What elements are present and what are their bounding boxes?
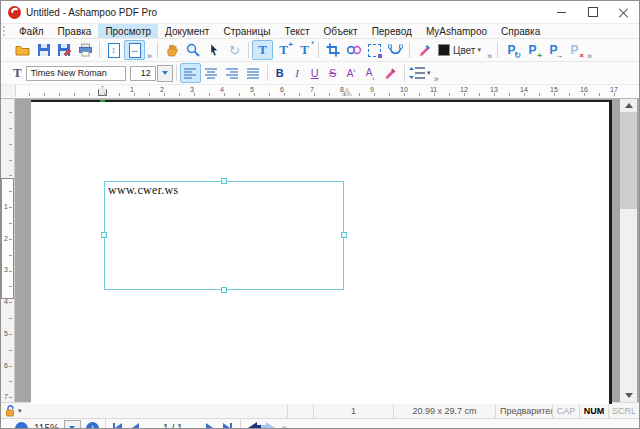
menu-text[interactable]: Текст xyxy=(277,24,316,38)
crop-tool-button[interactable] xyxy=(322,40,343,60)
bold-button[interactable]: B xyxy=(271,63,289,83)
menu-object[interactable]: Объект xyxy=(317,24,365,38)
text-superscript-tool-button[interactable]: T ² xyxy=(294,40,315,60)
previous-page-button[interactable] xyxy=(127,421,145,429)
save-button[interactable] xyxy=(33,40,54,60)
marquee-icon xyxy=(368,44,381,57)
page-group-overflow[interactable]: » xyxy=(585,51,594,61)
ruler-tick xyxy=(9,223,12,224)
subscript-button[interactable]: A₁ xyxy=(361,63,380,83)
highlighter-button[interactable] xyxy=(380,63,401,83)
fit-width-button[interactable]: ↔ xyxy=(124,40,145,60)
zoom-out-button[interactable]: − xyxy=(15,422,28,429)
lock-button[interactable]: ▾ xyxy=(1,405,22,417)
first-page-button[interactable] xyxy=(109,421,127,429)
move-page-button[interactable]: P → xyxy=(543,40,564,60)
ruler-number: 12 xyxy=(460,86,468,93)
ruler-tick xyxy=(584,93,585,96)
menu-translate[interactable]: Перевод xyxy=(365,24,419,38)
menu-edit[interactable]: Правка xyxy=(51,24,99,38)
resize-handle-left[interactable] xyxy=(101,232,107,238)
color-group-overflow[interactable]: » xyxy=(485,51,494,61)
ruler-tick xyxy=(329,93,330,96)
zoom-in-button[interactable]: + xyxy=(86,422,99,429)
rotate-page-button[interactable]: P ↻ xyxy=(501,40,522,60)
ruler-number: 6 xyxy=(280,86,284,93)
delete-page-button[interactable]: P × xyxy=(564,40,585,60)
curve-tool-button[interactable] xyxy=(385,40,406,60)
color-picker-pen-button[interactable] xyxy=(413,40,434,60)
status-page-number: 1 xyxy=(313,403,393,418)
rotate-tool-button[interactable]: ↻ xyxy=(224,40,245,60)
align-justify-button[interactable] xyxy=(243,63,264,83)
text-tool-button[interactable]: T xyxy=(252,40,273,60)
cursor-icon xyxy=(207,43,220,57)
menu-view[interactable]: Просмотр xyxy=(98,24,158,38)
menu-file[interactable]: Файл xyxy=(12,24,51,38)
marquee-select-button[interactable] xyxy=(364,40,385,60)
underline-icon: U xyxy=(311,65,319,81)
ruler-tick xyxy=(404,93,405,96)
ruler-tick xyxy=(9,271,12,272)
align-left-button[interactable] xyxy=(180,63,201,83)
underline-button[interactable]: U xyxy=(306,63,324,83)
superscript-button[interactable]: A¹ xyxy=(342,63,361,83)
add-text-button[interactable]: T + xyxy=(273,40,294,60)
ruler-tick xyxy=(464,93,465,96)
ruler-tick xyxy=(9,397,12,398)
menu-pages[interactable]: Страницы xyxy=(216,24,277,38)
resize-handle-top[interactable] xyxy=(221,178,227,184)
resize-handle-right[interactable] xyxy=(341,232,347,238)
align-right-button[interactable] xyxy=(222,63,243,83)
line-spacing-button[interactable]: ▾ xyxy=(408,63,432,83)
close-button[interactable] xyxy=(608,1,639,23)
menu-document[interactable]: Документ xyxy=(158,24,216,38)
add-text-icon: T xyxy=(279,44,288,56)
align-center-button[interactable] xyxy=(201,63,222,83)
resize-handle-bottom[interactable] xyxy=(221,287,227,293)
format-group-overflow[interactable]: » xyxy=(432,74,441,84)
zoom-group-overflow[interactable]: » xyxy=(145,51,154,61)
page-indicator: 1 / 1 xyxy=(145,423,201,429)
scroll-down-button[interactable] xyxy=(620,389,637,402)
history-back-button[interactable] xyxy=(244,421,262,429)
font-size-field[interactable]: 12 xyxy=(130,66,156,81)
last-page-button[interactable] xyxy=(219,421,237,429)
fit-height-button[interactable]: ↕ xyxy=(103,40,124,60)
vertical-scrollbar[interactable] xyxy=(620,99,637,402)
next-page-button[interactable] xyxy=(201,421,219,429)
scroll-up-button[interactable] xyxy=(620,99,637,112)
add-page-button[interactable]: P + xyxy=(522,40,543,60)
selected-textbox[interactable]: www.cwer.ws xyxy=(104,181,344,290)
select-tool-button[interactable] xyxy=(203,40,224,60)
ruler-number: 15 xyxy=(550,86,558,93)
save-as-button[interactable] xyxy=(54,40,75,60)
textbox-text[interactable]: www.cwer.ws xyxy=(105,182,343,198)
window-controls xyxy=(546,1,639,23)
minimize-button[interactable] xyxy=(546,1,577,23)
open-button[interactable] xyxy=(12,40,33,60)
menubar-grip[interactable] xyxy=(3,26,10,36)
italic-button[interactable]: I xyxy=(289,63,306,83)
zoom-tool-button[interactable] xyxy=(182,40,203,60)
add-page-icon: P xyxy=(528,43,536,57)
font-name-combobox[interactable]: Times New Roman xyxy=(26,66,126,81)
font-size-value: 12 xyxy=(141,68,151,78)
hand-tool-button[interactable] xyxy=(161,40,182,60)
menu-help[interactable]: Справка xyxy=(494,24,547,38)
print-button[interactable] xyxy=(75,40,96,60)
color-button[interactable]: Цвет ▾ xyxy=(434,40,485,60)
zoom-dropdown-button[interactable] xyxy=(64,420,81,429)
menu-myashampoo[interactable]: MyAshampoo xyxy=(419,24,494,38)
nav-group-overflow[interactable]: » xyxy=(280,423,289,429)
history-forward-button[interactable] xyxy=(262,421,280,429)
link-tool-button[interactable] xyxy=(343,40,364,60)
maximize-button[interactable] xyxy=(577,1,608,23)
font-size-dropdown-button[interactable] xyxy=(157,65,173,82)
strikethrough-button[interactable]: S xyxy=(324,63,342,83)
ruler-tick xyxy=(374,93,375,96)
crop-icon xyxy=(326,43,340,57)
ruler-tick xyxy=(599,93,600,96)
scrollbar-thumb[interactable] xyxy=(620,112,637,209)
indent-marker[interactable] xyxy=(98,86,107,96)
